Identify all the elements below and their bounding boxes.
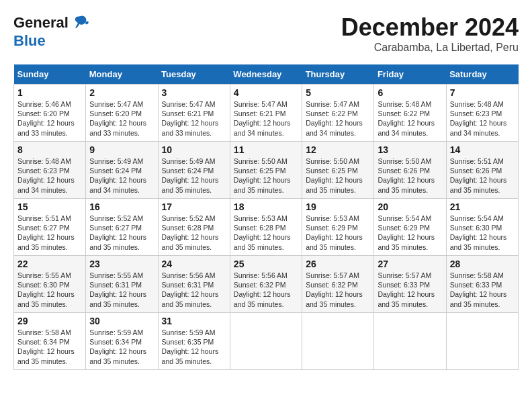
day-number: 13	[378, 144, 442, 155]
sunset-label: Sunset: 6:32 PM	[234, 281, 286, 289]
sunrise-label: Sunrise: 5:51 AM	[450, 157, 504, 165]
day-info: Sunrise: 5:48 AM Sunset: 6:23 PM Dayligh…	[17, 156, 82, 195]
day-info: Sunrise: 5:52 AM Sunset: 6:27 PM Dayligh…	[89, 214, 154, 252]
daylight-label: Daylight: 12 hours and 35 minutes.	[89, 290, 146, 308]
logo: General Blue	[13, 13, 90, 50]
day-cell-8: 8 Sunrise: 5:48 AM Sunset: 6:23 PM Dayli…	[14, 142, 86, 199]
sunset-label: Sunset: 6:28 PM	[162, 224, 214, 232]
daylight-label: Daylight: 12 hours and 35 minutes.	[234, 176, 291, 193]
sunrise-label: Sunrise: 5:54 AM	[378, 214, 431, 222]
day-cell-24: 24 Sunrise: 5:56 AM Sunset: 6:31 PM Dayl…	[158, 256, 230, 313]
sunrise-label: Sunrise: 5:58 AM	[450, 271, 504, 279]
day-info: Sunrise: 5:58 AM Sunset: 6:34 PM Dayligh…	[17, 328, 82, 366]
empty-cell	[374, 313, 446, 370]
daylight-label: Daylight: 12 hours and 34 minutes.	[17, 176, 75, 193]
sunset-label: Sunset: 6:20 PM	[17, 109, 70, 118]
day-info: Sunrise: 5:53 AM Sunset: 6:29 PM Dayligh…	[306, 214, 370, 252]
header-friday: Friday	[374, 64, 446, 85]
sunrise-label: Sunrise: 5:52 AM	[162, 214, 216, 222]
day-number: 10	[162, 144, 226, 155]
day-cell-31: 31 Sunrise: 5:59 AM Sunset: 6:35 PM Dayl…	[158, 313, 230, 370]
title-section: December 2024 Carabamba, La Libertad, Pe…	[341, 13, 519, 54]
sunset-label: Sunset: 6:27 PM	[89, 224, 142, 232]
day-number: 28	[450, 259, 515, 269]
daylight-label: Daylight: 12 hours and 35 minutes.	[234, 233, 291, 250]
sunrise-label: Sunrise: 5:54 AM	[450, 214, 504, 222]
day-cell-11: 11 Sunrise: 5:50 AM Sunset: 6:25 PM Dayl…	[230, 142, 302, 199]
day-number: 5	[306, 87, 370, 98]
sunset-label: Sunset: 6:30 PM	[450, 224, 502, 232]
day-number: 14	[450, 144, 515, 155]
day-number: 31	[162, 316, 226, 326]
sunset-label: Sunset: 6:30 PM	[17, 281, 70, 289]
daylight-label: Daylight: 12 hours and 35 minutes.	[450, 233, 507, 250]
day-info: Sunrise: 5:55 AM Sunset: 6:30 PM Dayligh…	[17, 271, 82, 309]
sunrise-label: Sunrise: 5:50 AM	[378, 157, 431, 165]
sunset-label: Sunset: 6:23 PM	[17, 167, 70, 175]
day-info: Sunrise: 5:54 AM Sunset: 6:30 PM Dayligh…	[450, 214, 515, 252]
sunrise-label: Sunrise: 5:47 AM	[89, 100, 143, 108]
day-number: 29	[17, 316, 82, 326]
sunrise-label: Sunrise: 5:58 AM	[17, 328, 71, 336]
day-number: 6	[378, 87, 442, 98]
day-number: 9	[89, 144, 154, 155]
day-number: 16	[89, 201, 154, 212]
sunrise-label: Sunrise: 5:48 AM	[450, 100, 504, 108]
logo-bird-icon	[71, 13, 90, 32]
header-tuesday: Tuesday	[158, 64, 230, 85]
day-cell-29: 29 Sunrise: 5:58 AM Sunset: 6:34 PM Dayl…	[14, 313, 86, 370]
day-number: 22	[17, 259, 82, 269]
day-cell-10: 10 Sunrise: 5:49 AM Sunset: 6:24 PM Dayl…	[158, 142, 230, 199]
day-number: 15	[17, 201, 82, 212]
day-info: Sunrise: 5:50 AM Sunset: 6:26 PM Dayligh…	[378, 156, 442, 195]
sunset-label: Sunset: 6:33 PM	[378, 281, 430, 289]
day-number: 19	[306, 201, 370, 212]
week-row-4: 22 Sunrise: 5:55 AM Sunset: 6:30 PM Dayl…	[14, 256, 519, 313]
header: General Blue December 2024 Carabamba, La…	[13, 13, 519, 54]
sunrise-label: Sunrise: 5:57 AM	[378, 271, 431, 279]
day-number: 25	[234, 259, 298, 269]
day-info: Sunrise: 5:56 AM Sunset: 6:31 PM Dayligh…	[162, 271, 226, 309]
day-info: Sunrise: 5:58 AM Sunset: 6:33 PM Dayligh…	[450, 271, 515, 309]
day-cell-15: 15 Sunrise: 5:51 AM Sunset: 6:27 PM Dayl…	[14, 199, 86, 256]
day-number: 24	[162, 259, 226, 269]
sunrise-label: Sunrise: 5:47 AM	[306, 100, 359, 108]
sunset-label: Sunset: 6:25 PM	[234, 167, 286, 175]
sunrise-label: Sunrise: 5:46 AM	[17, 100, 71, 108]
day-number: 27	[378, 259, 442, 269]
day-cell-16: 16 Sunrise: 5:52 AM Sunset: 6:27 PM Dayl…	[86, 199, 158, 256]
day-info: Sunrise: 5:57 AM Sunset: 6:32 PM Dayligh…	[306, 271, 370, 309]
day-info: Sunrise: 5:59 AM Sunset: 6:35 PM Dayligh…	[162, 328, 226, 366]
day-number: 4	[234, 87, 298, 98]
day-number: 30	[89, 316, 154, 326]
day-info: Sunrise: 5:51 AM Sunset: 6:27 PM Dayligh…	[17, 214, 82, 252]
sunset-label: Sunset: 6:35 PM	[162, 338, 214, 346]
sunset-label: Sunset: 6:31 PM	[162, 281, 214, 289]
sunset-label: Sunset: 6:29 PM	[306, 224, 358, 232]
sunset-label: Sunset: 6:34 PM	[89, 338, 142, 346]
sunset-label: Sunset: 6:20 PM	[89, 109, 142, 118]
sunrise-label: Sunrise: 5:53 AM	[306, 214, 359, 222]
daylight-label: Daylight: 12 hours and 35 minutes.	[17, 233, 75, 250]
week-row-5: 29 Sunrise: 5:58 AM Sunset: 6:34 PM Dayl…	[14, 313, 519, 370]
day-cell-2: 2 Sunrise: 5:47 AM Sunset: 6:20 PM Dayli…	[86, 85, 158, 142]
day-info: Sunrise: 5:50 AM Sunset: 6:25 PM Dayligh…	[306, 156, 370, 195]
day-number: 7	[450, 87, 515, 98]
day-info: Sunrise: 5:46 AM Sunset: 6:20 PM Dayligh…	[17, 99, 82, 138]
day-cell-23: 23 Sunrise: 5:55 AM Sunset: 6:31 PM Dayl…	[86, 256, 158, 313]
daylight-label: Daylight: 12 hours and 35 minutes.	[378, 290, 435, 308]
day-info: Sunrise: 5:47 AM Sunset: 6:20 PM Dayligh…	[89, 99, 154, 138]
daylight-label: Daylight: 12 hours and 34 minutes.	[450, 119, 507, 136]
sunrise-label: Sunrise: 5:56 AM	[234, 271, 287, 279]
daylight-label: Daylight: 12 hours and 35 minutes.	[89, 233, 146, 250]
day-cell-1: 1 Sunrise: 5:46 AM Sunset: 6:20 PM Dayli…	[14, 85, 86, 142]
sunrise-label: Sunrise: 5:52 AM	[89, 214, 143, 222]
day-cell-9: 9 Sunrise: 5:49 AM Sunset: 6:24 PM Dayli…	[86, 142, 158, 199]
day-number: 3	[162, 87, 226, 98]
week-row-3: 15 Sunrise: 5:51 AM Sunset: 6:27 PM Dayl…	[14, 199, 519, 256]
sunset-label: Sunset: 6:22 PM	[306, 109, 358, 118]
empty-cell	[446, 313, 518, 370]
day-cell-3: 3 Sunrise: 5:47 AM Sunset: 6:21 PM Dayli…	[158, 85, 230, 142]
day-cell-13: 13 Sunrise: 5:50 AM Sunset: 6:26 PM Dayl…	[374, 142, 446, 199]
empty-cell	[302, 313, 374, 370]
